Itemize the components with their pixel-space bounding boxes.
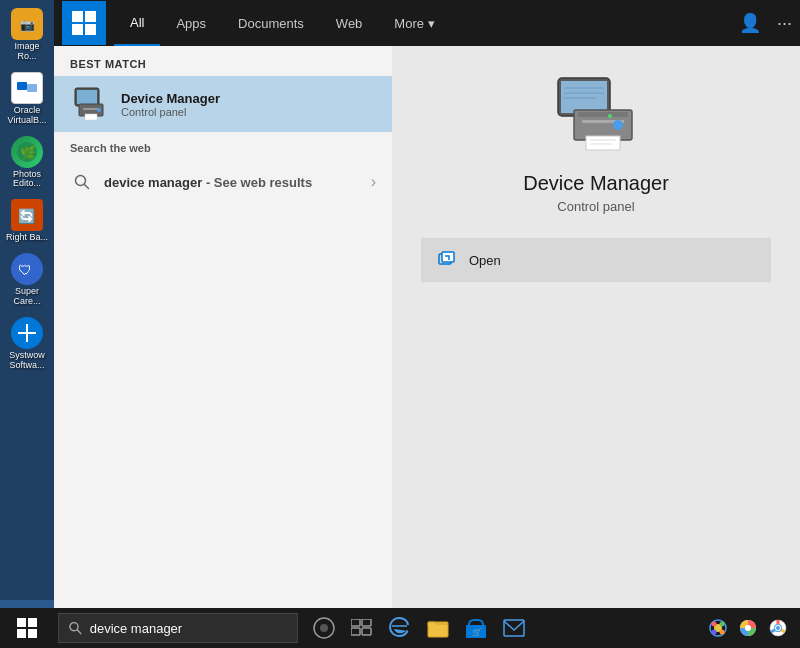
web-search-item[interactable]: device manager - See web results › — [54, 160, 392, 204]
start-button[interactable] — [0, 608, 54, 648]
svg-point-23 — [97, 108, 101, 112]
taskbar: 🛒 — [0, 608, 800, 648]
nav-logo — [62, 1, 106, 45]
result-item-device-manager[interactable]: Device Manager Control panel — [54, 76, 392, 132]
color-wheel-icon[interactable] — [734, 608, 762, 648]
desktop-icon-label-vbox: Oracle VirtualB... — [4, 106, 50, 126]
svg-rect-14 — [72, 11, 83, 22]
svg-rect-49 — [351, 619, 360, 626]
desktop-icon-supercare[interactable]: 🛡 Super Care... — [2, 249, 52, 311]
search-icon-sm — [70, 170, 94, 194]
detail-title: Device Manager — [523, 172, 669, 195]
svg-rect-19 — [77, 90, 97, 104]
tab-apps[interactable]: Apps — [160, 0, 222, 46]
tab-web[interactable]: Web — [320, 0, 379, 46]
desktop-icon-label-imageR: Image Ro... — [4, 42, 50, 62]
svg-rect-32 — [578, 112, 628, 117]
svg-rect-15 — [85, 11, 96, 22]
svg-point-38 — [608, 114, 612, 118]
desktop-icon-systwow[interactable]: Systwow Softwa... — [2, 313, 52, 375]
desktop-icon-photos[interactable]: 🌿 Photos Edito... — [2, 132, 52, 194]
display-settings-icon[interactable] — [704, 608, 732, 648]
desktop-icon-virtualbox[interactable]: Oracle VirtualB... — [2, 68, 52, 130]
desktop-icon-label-photos: Photos Edito... — [4, 170, 50, 190]
desktop: 📷 Image Ro... Oracle VirtualB... 🌿 Photo… — [0, 0, 800, 648]
svg-line-25 — [85, 185, 89, 189]
svg-rect-56 — [504, 620, 524, 636]
taskbar-search-input[interactable] — [90, 621, 287, 636]
store-icon[interactable]: 🛒 — [458, 608, 494, 648]
svg-text:🌿: 🌿 — [20, 144, 37, 161]
main-area: Best match — [54, 46, 800, 608]
svg-rect-44 — [28, 629, 37, 638]
svg-rect-21 — [83, 108, 99, 110]
right-panel: Device Manager Control panel Open — [392, 46, 800, 608]
svg-text:🛡: 🛡 — [18, 262, 32, 278]
svg-text:📷: 📷 — [20, 17, 35, 32]
svg-rect-27 — [561, 81, 607, 113]
nav-bar: All Apps Documents Web More ▾ 👤 ··· — [54, 0, 800, 46]
svg-line-46 — [77, 630, 81, 634]
detail-subtitle: Control panel — [557, 199, 634, 214]
tab-all[interactable]: All — [114, 0, 160, 46]
svg-rect-43 — [17, 629, 26, 638]
taskbar-system-icons — [704, 608, 800, 648]
file-explorer-icon[interactable] — [420, 608, 456, 648]
search-web-label: Search the web — [54, 132, 392, 160]
desktop-icon-label-systwow: Systwow Softwa... — [4, 351, 50, 371]
edge-icon[interactable] — [382, 608, 418, 648]
start-menu: All Apps Documents Web More ▾ 👤 ··· — [54, 0, 800, 608]
svg-point-59 — [712, 622, 717, 627]
svg-text:🛒: 🛒 — [472, 627, 482, 637]
svg-rect-50 — [362, 619, 371, 626]
svg-point-62 — [720, 630, 725, 635]
taskbar-search-bar[interactable] — [58, 613, 298, 643]
svg-text:🔄: 🔄 — [18, 208, 36, 225]
taskbar-search-icon — [69, 621, 82, 635]
left-panel: Best match — [54, 46, 392, 608]
mail-icon[interactable] — [496, 608, 532, 648]
tab-more[interactable]: More ▾ — [378, 0, 450, 46]
svg-rect-3 — [17, 82, 27, 90]
desktop-icon-rightbak[interactable]: 🔄 Right Ba... — [2, 195, 52, 247]
svg-rect-16 — [72, 24, 83, 35]
svg-rect-51 — [351, 628, 360, 635]
svg-rect-40 — [442, 252, 454, 262]
svg-point-68 — [776, 626, 780, 630]
svg-rect-17 — [85, 24, 96, 35]
svg-rect-41 — [17, 618, 26, 627]
ellipsis-icon[interactable]: ··· — [777, 13, 792, 34]
svg-rect-4 — [27, 84, 37, 92]
chevron-right-icon: › — [371, 173, 376, 191]
result-text: Device Manager Control panel — [121, 91, 220, 118]
svg-point-61 — [712, 630, 717, 635]
svg-point-37 — [613, 120, 623, 130]
svg-rect-42 — [28, 618, 37, 627]
tab-documents[interactable]: Documents — [222, 0, 320, 46]
chrome-icon[interactable] — [764, 608, 792, 648]
person-icon[interactable]: 👤 — [739, 12, 761, 34]
result-title: Device Manager — [121, 91, 220, 106]
task-view-icon[interactable] — [344, 608, 380, 648]
nav-right-icons: 👤 ··· — [739, 12, 792, 34]
web-search-text: device manager - See web results — [104, 175, 312, 190]
svg-point-48 — [320, 624, 328, 632]
svg-point-60 — [720, 622, 725, 627]
detail-device-manager-icon — [556, 76, 636, 156]
open-button-label: Open — [469, 253, 501, 268]
svg-rect-22 — [85, 114, 97, 120]
result-subtitle: Control panel — [121, 106, 220, 118]
taskbar-icons: 🛒 — [306, 608, 532, 648]
desktop-icon-strip: 📷 Image Ro... Oracle VirtualB... 🌿 Photo… — [0, 0, 54, 600]
device-manager-icon — [73, 86, 109, 122]
best-match-label: Best match — [54, 46, 392, 76]
desktop-icon-label-rightbak: Right Ba... — [6, 233, 48, 243]
svg-point-64 — [745, 625, 751, 631]
open-action-button[interactable]: Open — [421, 238, 771, 282]
desktop-icon-imageR[interactable]: 📷 Image Ro... — [2, 4, 52, 66]
cortana-icon[interactable] — [306, 608, 342, 648]
desktop-icon-label-supercare: Super Care... — [4, 287, 50, 307]
svg-rect-52 — [362, 628, 371, 635]
svg-rect-34 — [586, 136, 620, 150]
open-icon — [437, 250, 457, 270]
